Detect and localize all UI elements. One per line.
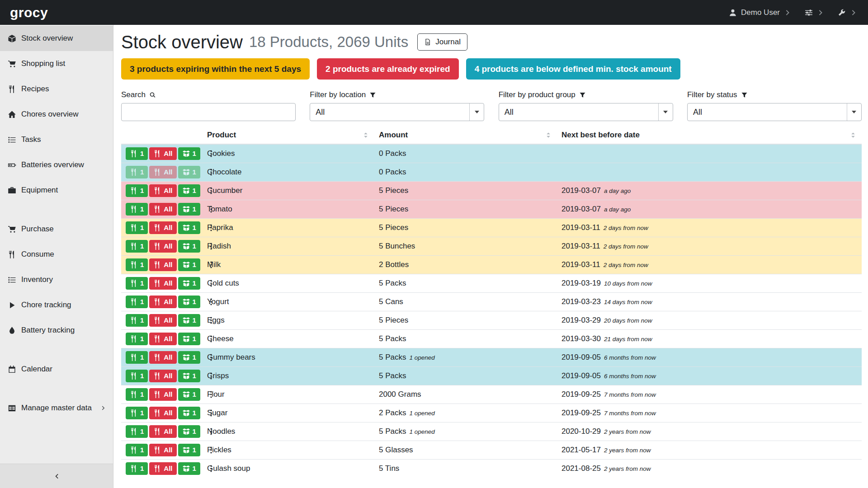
consume-all-button[interactable]: All (149, 351, 176, 364)
search-input[interactable] (121, 103, 296, 121)
user-menu[interactable]: Demo User (729, 8, 792, 17)
column-header-product[interactable]: Product (203, 127, 374, 144)
status-filter-select[interactable]: All (687, 103, 862, 121)
open-one-button[interactable]: 1 (178, 425, 200, 438)
open-one-button[interactable]: 1 (178, 258, 200, 271)
consume-one-button[interactable]: 1 (126, 333, 148, 345)
consume-all-button[interactable]: All (149, 425, 176, 438)
status-badge-info[interactable]: 4 products are below defined min. stock … (466, 58, 680, 80)
open-one-button[interactable]: 1 (178, 147, 200, 160)
consume-one-button[interactable]: 1 (126, 388, 148, 401)
product-cell: Milk (203, 255, 374, 274)
journal-button[interactable]: Journal (417, 33, 467, 51)
app-logo[interactable]: grocy (10, 5, 48, 20)
consume-all-button[interactable]: All (149, 296, 176, 308)
open-one-button[interactable]: 1 (178, 184, 200, 197)
collapse-sidebar-button[interactable] (0, 464, 113, 488)
sidebar-item-stock-overview[interactable]: Stock overview (0, 26, 113, 51)
open-one-button[interactable]: 1 (178, 351, 200, 364)
utensils-icon (153, 409, 161, 417)
sidebar-item-chores-overview[interactable]: Chores overview (0, 102, 113, 127)
consume-all-button[interactable]: All (149, 462, 176, 475)
sidebar-item-batteries-overview[interactable]: Batteries overview (0, 152, 113, 178)
consume-all-button[interactable]: All (149, 407, 176, 419)
consume-one-button[interactable]: 1 (126, 166, 148, 178)
actions-cell: 1All1 (121, 404, 203, 422)
sidebar-item-chore-tracking[interactable]: Chore tracking (0, 292, 113, 318)
status-badge-warning[interactable]: 3 products expiring within the next 5 da… (121, 58, 310, 80)
home-icon (8, 110, 16, 119)
sidebar-item-equipment[interactable]: Equipment (0, 178, 113, 203)
consume-one-button[interactable]: 1 (126, 407, 148, 419)
open-one-button[interactable]: 1 (178, 444, 200, 456)
open-one-button[interactable]: 1 (178, 221, 200, 234)
location-filter-select[interactable]: All (310, 103, 484, 121)
sidebar-item-battery-tracking[interactable]: Battery tracking (0, 318, 113, 343)
open-one-button[interactable]: 1 (178, 407, 200, 419)
consume-one-button[interactable]: 1 (126, 296, 148, 308)
consume-all-button[interactable]: All (149, 221, 176, 234)
consume-one-button[interactable]: 1 (126, 184, 148, 197)
consume-all-button[interactable]: All (149, 240, 176, 253)
column-header-next-best-before-date[interactable]: Next best before date (557, 127, 862, 144)
open-one-button[interactable]: 1 (178, 388, 200, 401)
table-row: 1All1Chocolate0 Packs (121, 163, 862, 181)
open-one-button[interactable]: 1 (178, 277, 200, 290)
admin-menu[interactable] (838, 9, 858, 17)
open-one-button[interactable]: 1 (178, 370, 200, 382)
date-cell: 2019-03-3021 days from now (557, 329, 862, 348)
consume-one-button[interactable]: 1 (126, 425, 148, 438)
open-one-button[interactable]: 1 (178, 296, 200, 308)
sidebar-item-purchase[interactable]: Purchase (0, 216, 113, 242)
consume-one-button[interactable]: 1 (126, 240, 148, 253)
consume-one-button[interactable]: 1 (126, 444, 148, 456)
status-badge-danger[interactable]: 2 products are already expired (317, 58, 459, 80)
settings-menu[interactable] (805, 9, 825, 17)
sidebar-item-tasks[interactable]: Tasks (0, 127, 113, 152)
consume-all-button[interactable]: All (149, 147, 176, 160)
consume-one-button[interactable]: 1 (126, 221, 148, 234)
consume-one-button[interactable]: 1 (126, 147, 148, 160)
consume-all-button[interactable]: All (149, 166, 176, 178)
list-icon (8, 276, 16, 284)
consume-all-button[interactable]: All (149, 258, 176, 271)
sidebar-item-recipes[interactable]: Recipes (0, 76, 113, 102)
amount-cell: 5 Packs1 opened (374, 348, 557, 366)
open-one-button[interactable]: 1 (178, 203, 200, 216)
consume-all-button[interactable]: All (149, 333, 176, 345)
consume-one-button[interactable]: 1 (126, 314, 148, 327)
consume-all-button[interactable]: All (149, 388, 176, 401)
consume-all-button[interactable]: All (149, 184, 176, 197)
consume-one-button[interactable]: 1 (126, 277, 148, 290)
consume-one-button[interactable]: 1 (126, 462, 148, 475)
dropdown-caret-icon (469, 103, 484, 121)
date-note: a day ago (604, 188, 631, 194)
product-group-filter-select[interactable]: All (499, 103, 673, 121)
sidebar-item-consume[interactable]: Consume (0, 242, 113, 267)
sort-icon[interactable] (362, 131, 370, 139)
sidebar-item-calendar[interactable]: Calendar (0, 357, 113, 382)
consume-all-button[interactable]: All (149, 277, 176, 290)
consume-all-button[interactable]: All (149, 203, 176, 216)
consume-one-button[interactable]: 1 (126, 258, 148, 271)
sidebar-item-shopping-list[interactable]: Shopping list (0, 51, 113, 76)
consume-one-button[interactable]: 1 (126, 370, 148, 382)
open-one-button[interactable]: 1 (178, 240, 200, 253)
open-one-button[interactable]: 1 (178, 462, 200, 475)
consume-all-button[interactable]: All (149, 370, 176, 382)
consume-one-button[interactable]: 1 (126, 203, 148, 216)
consume-all-button[interactable]: All (149, 444, 176, 456)
open-one-button[interactable]: 1 (178, 166, 200, 178)
consume-one-button[interactable]: 1 (126, 351, 148, 364)
open-one-button[interactable]: 1 (178, 333, 200, 345)
sidebar-item-manage-master-data[interactable]: Manage master data (0, 395, 113, 421)
open-box-icon (182, 187, 190, 195)
chevron-left-icon (53, 473, 60, 480)
column-header-amount[interactable]: Amount (374, 127, 557, 144)
open-one-button[interactable]: 1 (178, 314, 200, 327)
sort-icon[interactable] (544, 131, 552, 139)
sort-icon[interactable] (849, 131, 857, 139)
sidebar-item-inventory[interactable]: Inventory (0, 267, 113, 292)
consume-all-button[interactable]: All (149, 314, 176, 327)
table-row: 1All1Pickles5 Glasses2021-05-172 years f… (121, 441, 862, 459)
